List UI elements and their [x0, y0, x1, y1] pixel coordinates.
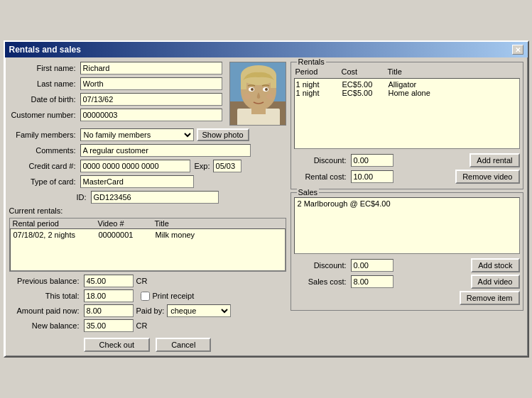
previous-balance-cr: CR	[136, 277, 148, 285]
credit-card-input[interactable]	[80, 160, 190, 172]
exp-input[interactable]	[213, 160, 241, 172]
title-bar: Rentals and sales ✕	[5, 42, 528, 57]
rental-period-1: 1 night	[296, 80, 342, 89]
col-period-header: Rental period	[13, 219, 98, 228]
last-name-input[interactable]	[80, 77, 222, 90]
comments-input[interactable]	[80, 144, 251, 157]
last-name-label: Last name:	[9, 79, 80, 88]
id-label: ID:	[76, 193, 90, 201]
new-balance-label: New balance:	[9, 321, 84, 330]
right-panel: Rentals Period Cost Title 1 night EC$5.0…	[291, 62, 523, 352]
left-panel: First name: Last name: Date of birth: Cu…	[9, 62, 286, 352]
paid-by-select[interactable]: cheque cash credit card	[167, 304, 231, 317]
rentals-col-period: Period	[295, 67, 342, 76]
previous-balance-label: Previous balance:	[9, 277, 84, 285]
rentals-area: 1 night EC$5.00 Alligator 1 night EC$5.0…	[294, 78, 520, 149]
col-title-header: Title	[155, 219, 283, 228]
sales-item: 2 Marlborough @ EC$4.00	[298, 199, 516, 208]
print-receipt-area: Print receipt	[141, 292, 195, 301]
svg-point-12	[244, 94, 251, 99]
show-photo-button[interactable]: Show photo	[197, 128, 249, 141]
add-video-button[interactable]: Add video	[471, 275, 520, 289]
svg-point-13	[266, 94, 273, 99]
discount-input-sales[interactable]	[351, 259, 393, 272]
table-row: 07/18/02, 2 nights 00000001 Milk money	[13, 231, 282, 239]
rentals-col-title: Title	[388, 67, 402, 76]
video-number: 00000001	[99, 231, 156, 239]
rentals-section-label: Rentals	[297, 57, 326, 66]
rental-title-2: Home alone	[389, 89, 430, 97]
sales-section-label: Sales	[297, 188, 320, 197]
rental-period: 07/18/02, 2 nights	[13, 231, 99, 239]
new-balance-input[interactable]	[84, 319, 134, 332]
id-input[interactable]	[91, 191, 219, 204]
print-receipt-checkbox[interactable]	[141, 292, 150, 301]
table-row: 1 night EC$5.00 Alligator	[296, 80, 518, 89]
family-members-select[interactable]: No family members	[80, 128, 194, 141]
svg-point-10	[251, 88, 254, 91]
dob-input[interactable]	[80, 93, 222, 106]
add-rental-button[interactable]: Add rental	[469, 153, 519, 167]
rental-title: Milk money	[156, 231, 282, 239]
remove-video-button[interactable]: Remove video	[455, 170, 519, 184]
rental-cost-1: EC$5.00	[342, 80, 389, 89]
comments-label: Comments:	[9, 146, 80, 155]
discount-input-rentals[interactable]	[351, 154, 393, 167]
rental-cost-2: EC$5.00	[342, 89, 389, 97]
photo-box	[229, 62, 286, 126]
type-of-card-label: Type of card:	[9, 177, 80, 186]
credit-card-label: Credit card #:	[9, 162, 80, 170]
check-out-button[interactable]: Check out	[84, 338, 151, 352]
rentals-header: Period Cost Title	[294, 67, 520, 77]
current-rentals-label: Current rentals:	[9, 206, 286, 215]
add-stock-button[interactable]: Add stock	[471, 258, 519, 272]
family-members-label: Family members:	[9, 131, 80, 139]
rentals-section: Rentals Period Cost Title 1 night EC$5.0…	[291, 62, 523, 189]
exp-label: Exp:	[195, 162, 210, 170]
amount-paid-input[interactable]	[84, 304, 134, 317]
sales-controls: Discount: Add stock Sales cost: Add vide…	[294, 258, 520, 305]
this-total-input[interactable]	[84, 289, 134, 302]
customer-number-input[interactable]	[80, 109, 222, 121]
sales-section: Sales 2 Marlborough @ EC$4.00 Discount: …	[291, 192, 523, 311]
table-row: 1 night EC$5.00 Home alone	[296, 89, 518, 97]
current-rentals-box: Rental period Video # Title 07/18/02, 2 …	[9, 218, 286, 272]
svg-point-11	[265, 88, 268, 91]
previous-balance-input[interactable]	[84, 275, 134, 287]
discount-label-sales: Discount:	[294, 261, 351, 270]
this-total-label: This total:	[9, 292, 84, 300]
balance-section: Previous balance: CR This total: Print r…	[9, 275, 286, 332]
main-window: Rentals and sales ✕ First name: Last nam…	[4, 40, 529, 358]
first-name-label: First name:	[9, 64, 80, 72]
type-of-card-input[interactable]	[80, 175, 194, 188]
rentals-col-cost: Cost	[342, 67, 388, 76]
sales-cost-input[interactable]	[351, 275, 393, 288]
customer-number-label: Customer number:	[9, 111, 80, 119]
current-rentals-header: Rental period Video # Title	[10, 219, 286, 228]
remove-item-button[interactable]: Remove item	[460, 291, 520, 305]
rental-period-2: 1 night	[296, 89, 342, 97]
close-button[interactable]: ✕	[512, 45, 523, 55]
paid-by-label: Paid by:	[136, 306, 165, 315]
window-title: Rentals and sales	[9, 45, 81, 55]
checkout-row: Check out Cancel	[9, 338, 286, 352]
first-name-input[interactable]	[80, 62, 222, 74]
col-video-header: Video #	[98, 219, 155, 228]
cancel-button[interactable]: Cancel	[156, 338, 211, 352]
discount-label-rentals: Discount:	[294, 156, 351, 165]
new-balance-cr: CR	[136, 321, 148, 330]
rental-cost-label: Rental cost:	[294, 172, 351, 181]
sales-area: 2 Marlborough @ EC$4.00	[294, 197, 520, 254]
print-receipt-label: Print receipt	[153, 292, 195, 300]
rental-title-1: Alligator	[389, 80, 417, 89]
current-rentals-data: 07/18/02, 2 nights 00000001 Milk money	[10, 228, 286, 271]
dob-label: Date of birth:	[9, 95, 80, 104]
rentals-controls: Discount: Add rental Rental cost: Remove…	[294, 153, 520, 184]
current-rentals-section: Current rentals: Rental period Video # T…	[9, 206, 286, 272]
amount-paid-label: Amount paid now:	[9, 306, 84, 315]
sales-cost-label: Sales cost:	[294, 277, 351, 286]
rental-cost-input[interactable]	[351, 170, 393, 183]
